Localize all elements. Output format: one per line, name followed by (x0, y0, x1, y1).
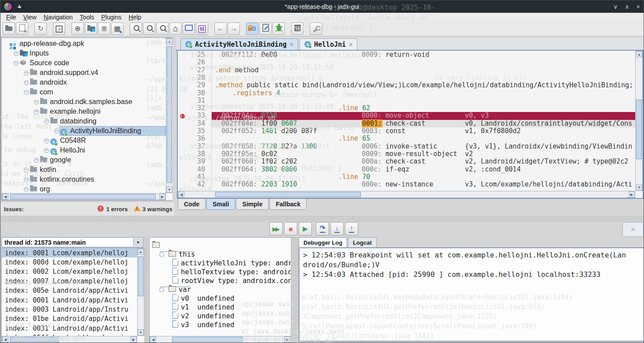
tree-expand-handle[interactable] (159, 252, 164, 257)
tree-item-google[interactable]: google (2, 155, 166, 165)
code-line-29[interactable]: 29.method public static bind(Landroid/vi… (178, 82, 635, 89)
variable-this[interactable]: this (159, 250, 195, 259)
code-line-37[interactable]: 37002ff058: 7120 827a 13000006:invoke-st… (178, 143, 635, 150)
code-line-32[interactable]: 32.line 62 (178, 104, 635, 112)
tree-item-source-code[interactable]: Source code (2, 58, 166, 68)
tree-expand-handle[interactable] (44, 138, 49, 143)
tree-expand-handle[interactable] (54, 129, 59, 134)
debugger-bug-button[interactable] (273, 22, 285, 35)
close-button[interactable]: × (637, 3, 640, 10)
variable-helloTextview[interactable]: helloTextview type: android (172, 268, 291, 276)
variable-v1[interactable]: v1 undefined (172, 303, 234, 312)
step-into-button[interactable]: ↓ (330, 222, 344, 235)
stack-frame-row[interactable]: index: 0002 Lcom/example/helloj (2, 267, 137, 276)
stack-frame-row[interactable]: index: 01be Landroid/app/Activi (2, 314, 137, 324)
tree-vscroll-thumb[interactable] (167, 46, 172, 183)
tree-item-databinding[interactable]: databinding (2, 116, 166, 126)
code-line-34[interactable]: 34002ff04e: 1f00 06070001:check-castv0, … (178, 120, 635, 127)
code-vscroll-thumb[interactable] (636, 100, 642, 159)
tree-expand-handle[interactable] (44, 148, 49, 153)
variables-root[interactable] (152, 241, 160, 250)
export-code-button[interactable]: ↗ (53, 22, 65, 35)
text-search-button[interactable] (130, 22, 142, 35)
log-viewer-button[interactable] (291, 22, 303, 35)
log-tab-logcat[interactable]: Logcat (348, 237, 377, 248)
view-tab-simple[interactable]: Simple (236, 199, 269, 210)
close-icon[interactable]: × (290, 41, 293, 48)
nav-back-button[interactable]: ← (214, 22, 227, 35)
flatten-packages-button[interactable]: ≣ (98, 22, 110, 35)
tree-item-example-hellojni[interactable]: example.hellojni (2, 107, 166, 116)
open-project-button[interactable] (3, 22, 15, 35)
debugger-log-panel[interactable]: > 12:54:03 Breakpoint will set at com.ex… (299, 247, 644, 342)
horizontal-splitter[interactable] (0, 216, 644, 222)
tab-activityhellojnibinding[interactable]: cActivityHelloJniBinding× (180, 38, 298, 50)
tree-item-android-support-v4[interactable]: android.support.v4 (2, 68, 166, 78)
menu-navigation[interactable]: Navigation (41, 13, 76, 21)
stack-frame-row[interactable]: index: 0003 Landroid/app/Instru (2, 305, 137, 314)
menu-plugins[interactable]: Plugins (98, 13, 125, 21)
mappings-button[interactable]: M (196, 22, 208, 35)
stack-frame-row[interactable]: index: 005e Landroid/app/Activi (2, 286, 137, 295)
code-line-27[interactable]: 27.end method (178, 67, 635, 74)
resume-button[interactable]: ▶ (299, 222, 312, 235)
code-line-42[interactable]: 42002ff068: 2203 1910000e:new-instancev3… (178, 181, 635, 188)
resources-button[interactable] (85, 22, 97, 35)
code-line-30[interactable]: 30.registers 4 (178, 89, 635, 97)
tree-hscrollbar[interactable]: ◀ ▶ (2, 193, 166, 200)
tree-item-com[interactable]: com (2, 87, 166, 97)
menu-tools[interactable]: Tools (77, 13, 97, 21)
stop-button[interactable]: ■ (284, 222, 297, 235)
code-line-26[interactable]: 26 (178, 59, 635, 66)
warning-count[interactable]: 3 warnings (142, 206, 172, 213)
reload-button[interactable]: ↻ (34, 22, 47, 35)
step-out-button[interactable]: ↑ (345, 222, 358, 235)
code-line-33[interactable]: 33002ff04c: 07300000:move-objectv0, v3 (178, 112, 635, 119)
tree-item-org[interactable]: org (2, 184, 166, 193)
tree-expand-handle[interactable] (34, 100, 39, 104)
error-count[interactable]: 1 errors (106, 206, 127, 213)
code-line-31[interactable]: 31 (178, 97, 635, 104)
vars-hscrollbar[interactable]: ◀ ▶ (150, 336, 291, 343)
stack-frame-row[interactable]: index: 0031 Landroid/app/Activi (2, 324, 137, 333)
preferences-wrench-button[interactable] (310, 22, 322, 35)
minimize-button[interactable]: ∨ (613, 3, 618, 10)
tree-expand-handle[interactable] (44, 119, 49, 124)
frames-vscrollbar[interactable]: ▲ ▼ (137, 248, 144, 336)
pane-splitter[interactable] (295, 237, 299, 343)
tree-expand-handle[interactable] (14, 61, 19, 66)
code-line-41[interactable]: 41.line 70 (178, 173, 635, 181)
tree-item-hellojni[interactable]: cHelloJni (2, 145, 166, 155)
tree-vscrollbar[interactable]: ▲ ▼ (166, 38, 173, 193)
tab-hellojni[interactable]: cHelloJni× (300, 38, 357, 50)
tree-expand-handle[interactable] (34, 158, 39, 163)
run-to-position-button[interactable]: ▶▶ (270, 222, 283, 235)
frame-button[interactable] (183, 22, 195, 35)
debug-attach-button[interactable]: ⚙ (246, 22, 258, 35)
view-tab-code[interactable]: Code (178, 199, 206, 210)
tree-expand-handle[interactable] (24, 80, 29, 85)
tree-item-kotlinx-coroutines[interactable]: kotlinx.coroutines (2, 175, 166, 184)
frames-hscrollbar[interactable]: ◀ ▶ (2, 336, 137, 343)
code-line-35[interactable]: 35002ff052: 1401 d200 087f0003:constv1, … (178, 127, 635, 135)
code-line-36[interactable]: 36.line 65 (178, 135, 635, 142)
code-line-40[interactable]: 40002ff064: 3802 0800000c:if-eqzv2, :con… (178, 166, 635, 173)
variable-v2[interactable]: v2 undefined (172, 312, 234, 321)
variable-var[interactable]: var (159, 285, 191, 294)
smali-code-area[interactable]: 25002ff112: 0e000009:return-void2627.end… (178, 51, 635, 191)
stack-frame-row[interactable]: index: 0001 Landroid/app/Activi (2, 295, 137, 305)
comment-search-button[interactable] (156, 22, 168, 35)
frames-hscroll-thumb[interactable] (10, 337, 59, 342)
log-tab-debugger-log[interactable]: Debugger Log (299, 237, 347, 248)
tree-expand-handle[interactable] (24, 177, 29, 182)
maximize-button[interactable]: ∧ (625, 3, 629, 10)
code-hscroll-thumb[interactable] (215, 192, 361, 197)
tree-expand-handle[interactable] (24, 90, 29, 95)
pane-splitter[interactable] (144, 237, 148, 343)
view-tab-smali[interactable]: Smali (206, 199, 235, 210)
frames-vscroll-thumb[interactable] (138, 257, 143, 296)
chevron-down-icon[interactable]: ▼ (133, 238, 142, 246)
code-hscrollbar[interactable]: ◀ ▶ (178, 191, 635, 198)
stack-frame-row[interactable]: index: 0001 Lcom/example/helloj (2, 248, 137, 257)
code-line-25[interactable]: 25002ff112: 0e000009:return-void (178, 51, 635, 59)
